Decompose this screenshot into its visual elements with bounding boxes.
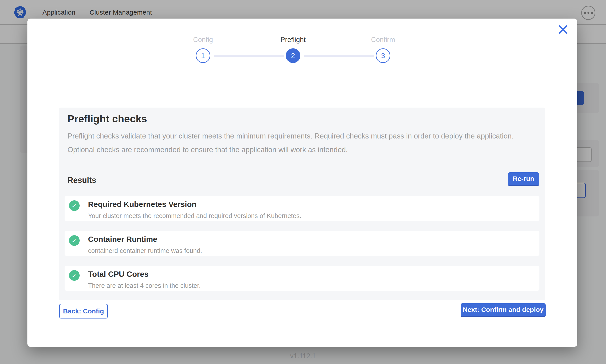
step-label-preflight: Preflight	[266, 36, 320, 44]
check-description: Your cluster meets the recommended and r…	[88, 212, 302, 220]
step-connector	[214, 55, 284, 57]
step-connector	[304, 55, 374, 57]
check-pass-icon: ✓	[69, 200, 80, 211]
next-confirm-deploy-button[interactable]: Next: Confirm and deploy	[461, 303, 546, 317]
step-label-config: Config	[177, 36, 230, 44]
step-label-confirm: Confirm	[357, 36, 410, 44]
check-description: containerd container runtime was found.	[88, 247, 202, 254]
step-circle-config[interactable]: 1	[196, 48, 210, 63]
check-result-row: ✓ Container Runtime containerd container…	[65, 231, 539, 256]
check-result-row: ✓ Required Kubernetes Version Your clust…	[65, 196, 539, 221]
check-result-row: ✓ Total CPU Cores There are at least 4 c…	[65, 266, 539, 291]
check-title: Required Kubernetes Version	[88, 200, 302, 209]
check-pass-icon: ✓	[69, 270, 80, 281]
rerun-button[interactable]: Re-run	[508, 172, 539, 186]
results-heading: Results	[68, 176, 96, 185]
check-title: Total CPU Cores	[88, 270, 201, 279]
check-description: There are at least 4 cores in the cluste…	[88, 282, 201, 289]
panel-title: Preflight checks	[68, 113, 147, 125]
step-circle-confirm[interactable]: 3	[376, 48, 390, 63]
panel-description: Preflight checks validate that your clus…	[68, 129, 530, 156]
check-pass-icon: ✓	[69, 235, 80, 246]
check-title: Container Runtime	[88, 235, 202, 244]
close-button[interactable]	[558, 24, 568, 35]
preflight-modal: Config Preflight Confirm 1 2 3 Preflight…	[28, 19, 577, 347]
close-icon	[558, 25, 568, 34]
preflight-panel: Preflight checks Preflight checks valida…	[59, 108, 545, 300]
step-circle-preflight[interactable]: 2	[286, 48, 300, 63]
back-config-button[interactable]: Back: Config	[59, 304, 108, 318]
